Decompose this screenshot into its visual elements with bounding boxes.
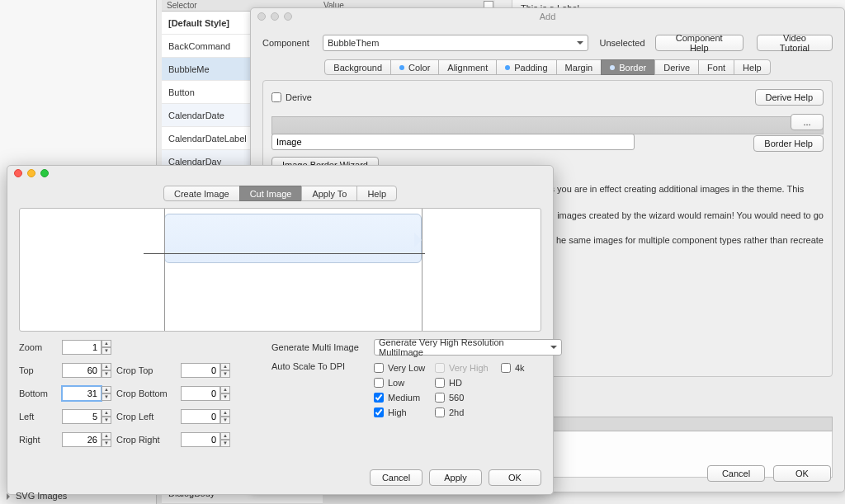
zoom-label: Zoom <box>19 342 57 352</box>
window-title: Add <box>540 12 556 21</box>
tab-border[interactable]: Border <box>601 59 655 75</box>
cut-title-bar <box>7 166 553 181</box>
zoom-stepper[interactable]: ▲▼ <box>62 340 111 355</box>
tab-margin[interactable]: Margin <box>556 59 602 75</box>
chk-very-high: Very High <box>435 363 501 373</box>
disclosure-icon <box>7 493 13 500</box>
browse-button[interactable]: ... <box>791 114 824 130</box>
tab-create-image[interactable]: Create Image <box>163 186 240 201</box>
minimize-icon[interactable] <box>27 169 35 177</box>
top-stepper[interactable]: ▲▼ <box>62 363 111 378</box>
theme-cancel-button[interactable]: Cancel <box>707 465 765 482</box>
window-controls <box>257 12 292 21</box>
generate-label: Generate Multi Image <box>271 342 369 352</box>
chk-high[interactable]: High <box>374 407 435 417</box>
tab-help[interactable]: Help <box>734 59 771 75</box>
crop-top-stepper[interactable]: ▲▼ <box>181 363 230 378</box>
left-stepper[interactable]: ▲▼ <box>62 409 111 424</box>
chevron-up-icon[interactable]: ▲ <box>101 340 111 347</box>
generate-mode-select[interactable]: Generate Very High Resolution MultiImage <box>374 339 562 356</box>
component-label: Component <box>262 38 318 48</box>
guide-horizontal[interactable] <box>144 253 425 254</box>
tab-color[interactable]: Color <box>390 59 439 75</box>
component-help-button[interactable]: Component Help <box>655 35 744 51</box>
crop-right-label: Crop Right <box>116 435 176 445</box>
position-controls: Zoom▲▼ Top▲▼Crop Top▲▼ Bottom▲▼Crop Bott… <box>19 338 230 449</box>
top-label: Top <box>19 365 57 375</box>
tab-apply-to[interactable]: Apply To <box>301 186 357 201</box>
bottom-label: Bottom <box>19 389 57 398</box>
crop-left-label: Crop Left <box>116 412 176 422</box>
multi-image-controls: Generate Multi ImageGenerate Very High R… <box>271 338 562 449</box>
chk-hd[interactable]: HD <box>435 378 501 388</box>
chk-low[interactable]: Low <box>374 378 435 388</box>
tab-background[interactable]: Background <box>324 59 391 75</box>
cut-cancel-button[interactable]: Cancel <box>370 469 422 486</box>
close-icon[interactable] <box>14 169 22 177</box>
component-select[interactable]: BubbleThem <box>323 35 588 51</box>
tab-cut-image[interactable]: Cut Image <box>239 186 303 201</box>
unselected-label[interactable]: Unselected <box>600 38 645 48</box>
modified-dot-icon <box>399 65 404 70</box>
chk-medium[interactable]: Medium <box>374 393 435 403</box>
modified-dot-icon <box>505 65 510 70</box>
theme-title-bar: Add <box>251 8 844 25</box>
guide-left[interactable] <box>164 209 165 331</box>
zoom-icon[interactable] <box>284 12 292 21</box>
crop-bottom-label: Crop Bottom <box>116 389 176 398</box>
crop-bottom-stepper[interactable]: ▲▼ <box>181 386 230 401</box>
property-tabs: Background Color Alignment Padding Margi… <box>262 59 833 75</box>
crop-top-label: Crop Top <box>116 365 176 375</box>
right-stepper[interactable]: ▲▼ <box>62 432 111 447</box>
cut-tabs: Create Image Cut Image Apply To Help <box>7 186 553 201</box>
chk-2hd[interactable]: 2hd <box>435 407 501 417</box>
cut-ok-button[interactable]: OK <box>489 469 541 486</box>
image-path-bar <box>271 116 824 134</box>
tab-derive[interactable]: Derive <box>654 59 699 75</box>
chk-very-low[interactable]: Very Low <box>374 363 435 373</box>
tab-font[interactable]: Font <box>698 59 734 75</box>
theme-ok-button[interactable]: OK <box>773 465 831 482</box>
bubble-preview-icon <box>164 214 422 263</box>
derive-help-button[interactable]: Derive Help <box>755 89 824 106</box>
crop-left-stepper[interactable]: ▲▼ <box>181 409 230 424</box>
chevron-down-icon[interactable]: ▼ <box>101 347 111 355</box>
cut-apply-button[interactable]: Apply <box>429 469 482 486</box>
tab-help[interactable]: Help <box>356 186 397 201</box>
cut-image-window: Create Image Cut Image Apply To Help Zoo… <box>7 165 554 495</box>
dpi-check-grid: Very Low Very High 4k Low HD Medium 560 … <box>374 363 550 417</box>
crop-right-stepper[interactable]: ▲▼ <box>181 432 230 447</box>
bottom-stepper[interactable]: ▲▼ <box>62 386 111 401</box>
video-tutorial-button[interactable]: Video Tutorial <box>757 35 833 51</box>
close-icon[interactable] <box>257 12 266 21</box>
image-input[interactable] <box>271 134 635 150</box>
derive-checkbox[interactable]: Derive <box>271 92 312 102</box>
zoom-icon[interactable] <box>40 169 49 177</box>
guide-right[interactable] <box>422 209 422 331</box>
left-label: Left <box>19 412 57 422</box>
chk-4k[interactable]: 4k <box>501 363 550 373</box>
tab-padding[interactable]: Padding <box>496 59 556 75</box>
right-label: Right <box>19 435 57 445</box>
svg-images-label[interactable]: SVG Images <box>7 491 67 501</box>
modified-dot-icon <box>610 65 615 70</box>
border-help-button[interactable]: Border Help <box>753 135 824 152</box>
image-preview[interactable] <box>19 208 541 332</box>
autoscale-label: Auto Scale To DPI <box>271 361 369 371</box>
minimize-icon[interactable] <box>271 12 279 21</box>
tab-alignment[interactable]: Alignment <box>438 59 497 75</box>
chk-560[interactable]: 560 <box>435 393 501 403</box>
